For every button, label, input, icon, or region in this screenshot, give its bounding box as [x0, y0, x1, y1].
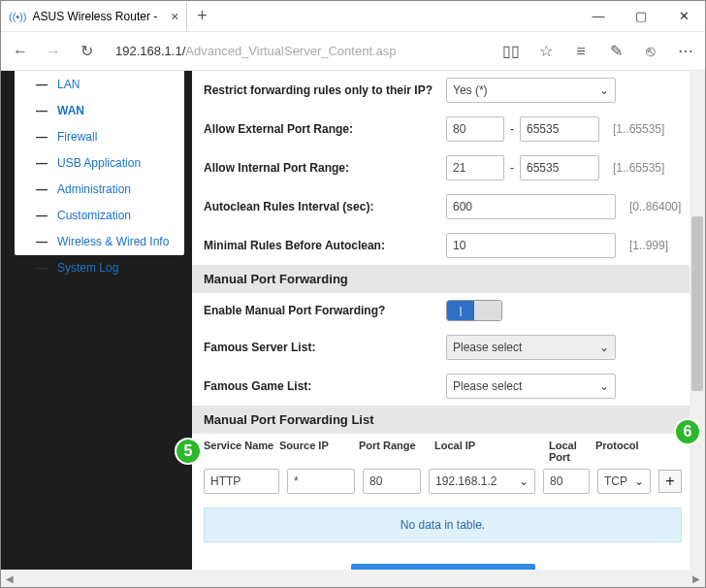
scroll-right-icon[interactable]: ▶ [688, 570, 705, 587]
minrules-hint: [1..999] [629, 239, 668, 252]
protocol-select[interactable]: TCP⌄ [597, 469, 651, 494]
restrict-select[interactable]: Yes (*)⌄ [446, 78, 616, 103]
enable-mpf-label: Enable Manual Port Forwarding? [204, 304, 446, 317]
sidebar-item-custom[interactable]: —Customization [15, 202, 184, 228]
sidebar-item-label: WAN [57, 104, 84, 117]
chevron-down-icon: ⌄ [634, 474, 644, 488]
table-row: 192.168.1.2⌄ TCP⌄ + [192, 465, 693, 502]
ext-to-input[interactable] [520, 116, 599, 142]
url-path: Advanced_VirtualServer_Content.asp [185, 44, 396, 58]
service-name-input[interactable] [204, 469, 279, 494]
sidebar-item-label: Firewall [57, 130, 97, 144]
int-from-input[interactable] [446, 155, 504, 180]
col-service: Service Name [204, 440, 279, 463]
autoclean-label: Autoclean Rules Interval (sec): [204, 200, 446, 213]
local-ip-select[interactable]: 192.168.1.2⌄ [429, 469, 535, 494]
autoclean-hint: [0..86400] [629, 200, 681, 213]
col-portrange: Port Range [359, 440, 434, 463]
int-to-input[interactable] [520, 155, 599, 180]
new-tab-button[interactable]: + [187, 2, 216, 31]
add-rule-button[interactable]: + [658, 470, 682, 493]
sidebar-item-label: LAN [57, 78, 80, 91]
mpfl-header: Manual Port Forwarding List [192, 406, 693, 434]
sidebar-item-label: Customization [57, 209, 131, 222]
famous-server-select[interactable]: Please select⌄ [446, 335, 616, 360]
sidebar-item-label: Wireless & Wired Info [57, 235, 169, 248]
col-source: Source IP [279, 440, 359, 463]
sidebar-item-syslog[interactable]: —System Log [15, 254, 184, 280]
ext-from-input[interactable] [446, 116, 504, 142]
wifi-icon: ((•)) [9, 11, 27, 22]
sidebar: —LAN —WAN —Firewall —USB Application —Ad… [15, 71, 184, 255]
page-viewport: —LAN —WAN —Firewall —USB Application —Ad… [1, 71, 705, 572]
port-range-input[interactable] [363, 469, 421, 494]
refresh-button[interactable]: ↻ [75, 40, 98, 63]
ext-hint: [1..65535] [613, 122, 664, 136]
back-button[interactable]: ← [9, 40, 32, 63]
favorite-icon[interactable]: ☆ [534, 40, 558, 63]
sidebar-item-wan[interactable]: —WAN [15, 97, 184, 123]
col-protocol: Protocol [595, 440, 654, 463]
sidebar-item-label: System Log [57, 261, 118, 275]
scroll-left-icon[interactable]: ◀ [1, 570, 18, 587]
more-icon[interactable]: ⋯ [674, 40, 697, 63]
col-localip: Local IP [434, 440, 549, 463]
famous-server-label: Famous Server List: [204, 341, 446, 354]
maximize-button[interactable]: ▢ [620, 2, 662, 31]
famous-game-select[interactable]: Please select⌄ [446, 374, 616, 399]
famous-game-label: Famous Game List: [204, 379, 446, 393]
int-hint: [1..65535] [613, 161, 664, 175]
main-content: Restrict forwarding rules only to their … [192, 71, 693, 572]
tab-title: ASUS Wireless Router - [33, 10, 158, 23]
enable-mpf-toggle[interactable]: | [446, 300, 502, 321]
sidebar-item-admin[interactable]: —Administration [15, 176, 184, 202]
empty-table-msg: No data in table. [204, 507, 682, 542]
col-localport: Local Port [549, 440, 595, 463]
close-tab-icon[interactable]: × [171, 9, 178, 24]
reading-view-icon[interactable]: ▯▯ [499, 40, 523, 63]
minimize-button[interactable]: — [577, 2, 620, 31]
sidebar-item-label: Administration [57, 182, 131, 196]
chevron-down-icon: ⌄ [599, 379, 609, 393]
browser-tab[interactable]: ((•)) ASUS Wireless Router - × [1, 2, 187, 31]
badge-6: 6 [674, 418, 701, 445]
autoclean-input[interactable] [446, 194, 616, 219]
minrules-input[interactable] [446, 233, 616, 258]
source-ip-input[interactable] [287, 469, 355, 494]
chevron-down-icon: ⌄ [599, 83, 609, 97]
address-bar[interactable]: 192.168.1.1/Advanced_VirtualServer_Conte… [108, 44, 490, 58]
chevron-down-icon: ⌄ [519, 474, 529, 488]
local-port-input[interactable] [543, 469, 590, 494]
browser-toolbar: ← → ↻ 192.168.1.1/Advanced_VirtualServer… [1, 32, 705, 71]
badge-5: 5 [175, 438, 202, 465]
horizontal-scrollbar[interactable]: ◀ ▶ [1, 570, 705, 587]
sidebar-item-firewall[interactable]: —Firewall [15, 123, 184, 149]
restrict-label: Restrict forwarding rules only to their … [204, 83, 446, 97]
url-host: 192.168.1.1/ [115, 44, 185, 58]
sidebar-item-wireless[interactable]: —Wireless & Wired Info [15, 228, 184, 254]
sidebar-item-label: USB Application [57, 156, 141, 170]
sidebar-item-lan[interactable]: —LAN [15, 71, 184, 97]
close-window-button[interactable]: ✕ [662, 2, 705, 31]
table-header: Service Name Source IP Port Range Local … [192, 434, 693, 465]
vertical-scrollbar[interactable] [690, 71, 705, 572]
hub-icon[interactable]: ≡ [569, 40, 593, 63]
title-bar: ((•)) ASUS Wireless Router - × + — ▢ ✕ [1, 1, 705, 32]
chevron-down-icon: ⌄ [599, 341, 609, 354]
scroll-thumb[interactable] [691, 216, 703, 391]
share-icon[interactable]: ⎋ [639, 40, 662, 63]
allow-int-label: Allow Internal Port Range: [204, 161, 446, 175]
forward-button: → [42, 40, 65, 63]
allow-ext-label: Allow External Port Range: [204, 122, 446, 136]
sidebar-item-usb[interactable]: —USB Application [15, 149, 184, 176]
webnote-icon[interactable]: ✎ [604, 40, 627, 63]
mpf-header: Manual Port Forwarding [192, 265, 693, 293]
minrules-label: Minimal Rules Before Autoclean: [204, 239, 446, 252]
